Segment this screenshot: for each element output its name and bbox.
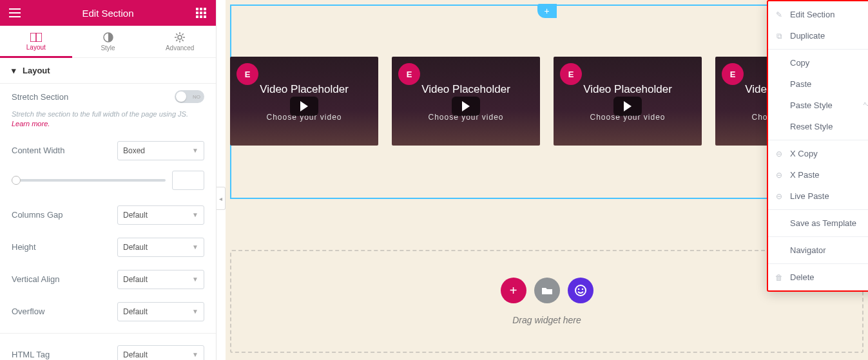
play-icon: [290, 97, 318, 116]
context-menu: ✎Edit Section⧉Duplicate^+DCopy^+CPaste^+…: [767, 0, 868, 292]
svg-point-13: [575, 285, 586, 296]
svg-point-12: [178, 35, 182, 39]
divider: [0, 333, 216, 334]
svg-rect-7: [200, 15, 202, 18]
smile-icon: [575, 285, 586, 296]
video-title: Video Placeholder: [583, 83, 672, 96]
video-widget[interactable]: E Video Placeholder Choose your video: [230, 57, 378, 146]
svg-rect-8: [204, 15, 206, 18]
ctx-item-navigator[interactable]: Navigator: [768, 240, 868, 261]
video-widget[interactable]: E Video Placeholder Choose your video: [554, 57, 702, 146]
dropzone-text: Drag widget here: [512, 315, 581, 325]
control-label: Stretch Section: [12, 92, 108, 102]
svg-rect-6: [196, 15, 198, 18]
section-header-label: Layout: [23, 66, 50, 75]
add-template-button[interactable]: [534, 278, 560, 303]
svg-point-14: [577, 289, 579, 290]
caret-down-icon: ▼: [192, 211, 198, 218]
ctx-separator: [768, 209, 868, 210]
ctx-item-paste[interactable]: Paste^+V: [768, 73, 868, 95]
layout-icon: [30, 33, 42, 42]
svg-rect-4: [200, 12, 202, 14]
ctx-item-live-paste[interactable]: ⊖Live Paste: [768, 185, 868, 207]
control-label: Vertical Align: [12, 274, 108, 284]
play-icon: [613, 97, 642, 116]
globe-icon: ⊖: [775, 171, 784, 180]
tab-advanced[interactable]: Advanced: [144, 26, 216, 57]
stretch-toggle[interactable]: NO: [175, 90, 204, 103]
add-section-button[interactable]: +: [501, 278, 526, 303]
control-label: HTML Tag: [12, 350, 108, 359]
globe-icon: ⊖: [775, 149, 784, 158]
ctx-item-label: Reset Style: [790, 122, 833, 131]
control-label: Columns Gap: [12, 210, 108, 220]
section-header-layout[interactable]: ▾ Layout: [0, 58, 216, 84]
editor-panel: Edit Section Layout Style: [0, 0, 217, 360]
tab-label: Layout: [26, 44, 46, 51]
editor-canvas: + E Video Placeholder Choose your video …: [226, 0, 868, 360]
video-widget[interactable]: E Video Placeholder Choose your video: [392, 57, 540, 146]
width-number-input[interactable]: [172, 171, 204, 190]
duplicate-icon: ⧉: [775, 32, 784, 41]
ctx-item-label: X Copy: [790, 149, 818, 158]
ctx-item-reset-style[interactable]: Reset Style: [768, 116, 868, 137]
select-value: Default: [123, 211, 148, 220]
ctx-item-duplicate[interactable]: ⧉Duplicate^+D: [768, 25, 868, 46]
control-width-slider: [0, 167, 216, 199]
add-global-button[interactable]: [568, 278, 593, 303]
select-value: Default: [123, 350, 148, 359]
ctx-item-copy[interactable]: Copy^+C: [768, 52, 868, 73]
svg-rect-2: [204, 8, 206, 10]
tab-label: Style: [101, 44, 115, 52]
video-title: Video Placeholder: [421, 83, 510, 96]
svg-rect-5: [204, 12, 206, 14]
ctx-item-edit-section[interactable]: ✎Edit Section: [768, 4, 868, 25]
svg-rect-1: [200, 8, 202, 10]
apps-button[interactable]: [186, 0, 216, 26]
section-handle: +: [537, 4, 557, 18]
caret-down-icon: ▾: [12, 66, 16, 75]
pencil-icon: ✎: [775, 10, 784, 19]
control-label: Content Width: [12, 146, 108, 155]
hamburger-button[interactable]: [0, 0, 30, 26]
apps-grid-icon: [196, 8, 206, 18]
content-width-select[interactable]: Boxed ▼: [117, 141, 204, 160]
panel-header: Edit Section: [0, 0, 216, 26]
ctx-item-label: Copy: [790, 58, 809, 68]
caret-down-icon: ▼: [192, 351, 198, 358]
vertical-align-select[interactable]: Default ▼: [117, 270, 204, 289]
elementor-badge-icon: E: [398, 63, 420, 85]
ctx-item-label: Live Paste: [790, 191, 829, 201]
html-tag-select[interactable]: Default ▼: [117, 345, 204, 360]
width-slider[interactable]: [12, 179, 166, 182]
ctx-item-paste-style[interactable]: Paste Style^+⇧+V: [768, 95, 868, 116]
slider-thumb[interactable]: [12, 176, 21, 185]
tab-style[interactable]: Style: [72, 26, 144, 57]
columns-gap-select[interactable]: Default ▼: [117, 205, 204, 225]
collapse-panel-button[interactable]: ◂: [217, 187, 226, 210]
panel-tabs: Layout Style Advanced: [0, 26, 216, 58]
svg-rect-0: [196, 8, 198, 10]
folder-icon: [541, 286, 553, 295]
chevron-left-icon: ◂: [219, 195, 222, 202]
control-overflow: Overflow Default ▼: [0, 296, 216, 328]
overflow-select[interactable]: Default ▼: [117, 302, 204, 321]
ctx-item-shortcut: ^+⇧+V: [863, 101, 868, 109]
video-title: Video Placeholder: [260, 83, 349, 96]
section-add-button[interactable]: +: [537, 4, 557, 18]
caret-down-icon: ▼: [192, 243, 198, 251]
control-content-width: Content Width Boxed ▼: [0, 135, 216, 167]
ctx-item-x-paste[interactable]: ⊖X Paste: [768, 164, 868, 185]
control-vertical-align: Vertical Align Default ▼: [0, 263, 216, 296]
select-value: Default: [123, 243, 148, 252]
ctx-item-delete[interactable]: 🗑Delete⌦: [768, 267, 868, 288]
tab-layout[interactable]: Layout: [0, 26, 72, 57]
ctx-item-x-copy[interactable]: ⊖X Copy: [768, 143, 868, 164]
height-select[interactable]: Default ▼: [117, 238, 204, 257]
learn-more-link[interactable]: Learn more.: [12, 120, 50, 128]
panel-title: Edit Section: [30, 8, 186, 19]
ctx-item-save-as-template[interactable]: Save as Template: [768, 213, 868, 234]
globe-icon: ⊖: [775, 192, 784, 201]
ctx-item-label: Duplicate: [790, 31, 825, 41]
caret-down-icon: ▼: [192, 276, 198, 283]
